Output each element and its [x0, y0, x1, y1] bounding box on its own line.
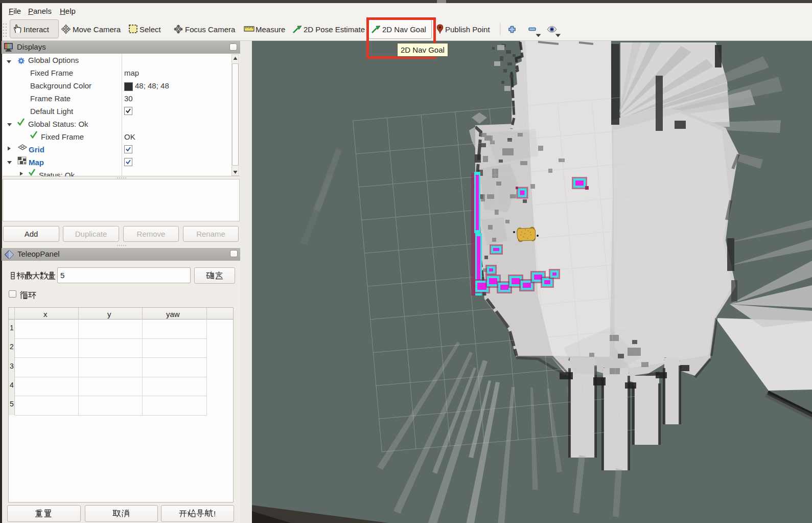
svg-text:!: ! — [214, 509, 216, 518]
